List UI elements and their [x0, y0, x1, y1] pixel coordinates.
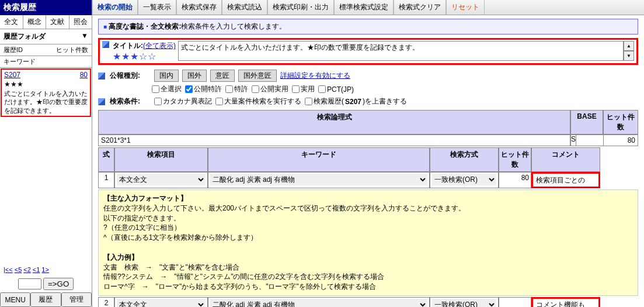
sidebar-tab-fulltext[interactable]: 全文 — [0, 15, 23, 29]
row-comment[interactable] — [531, 172, 600, 188]
row-item-select[interactable]: 本文全文 — [117, 174, 206, 185]
chk-jitsuyou-input[interactable] — [292, 85, 300, 93]
sidebar: 検索履歴 全文 概念 文献 照会 履歴フォルダ ▼ 履歴ID ヒット件数 キーワ… — [0, 0, 92, 307]
chk-pct-jp[interactable]: PCT(JP) — [318, 85, 354, 94]
col-keyword: キーワード — [208, 147, 430, 172]
row-comment-input[interactable] — [535, 175, 597, 185]
pager-fwd1[interactable]: 1> — [41, 266, 49, 273]
toolbar-start-search[interactable]: 検索の開始 — [92, 0, 138, 15]
title-label: タイトル: — [113, 42, 143, 50]
manage-button[interactable]: 管理 — [61, 292, 92, 307]
toolbar-clear-expr[interactable]: 検索式クリア — [394, 0, 446, 15]
row-idx: 1 — [98, 172, 114, 188]
chk-select-all-input[interactable] — [152, 85, 159, 93]
hint-e1: 文書 検索 → "文書"と"検索"を含む場合 — [103, 263, 633, 272]
pager: |<< <5 <2 <1 1> — [0, 264, 92, 275]
main-panel: 検索の開始 一覧表示 検索式保存 検索式読込 検索式印刷・出力 標準検索式設定 … — [92, 0, 644, 307]
content: ■ 高度な書誌・全文検索:検索条件を入力して検索します。 タイトル:(全て表示)… — [92, 15, 644, 307]
row-method[interactable]: 一致検索(OR) — [430, 172, 499, 188]
logic-expr-input[interactable] — [98, 134, 570, 146]
sidebar-tab-inquiry[interactable]: 照会 — [69, 15, 92, 29]
pager-back1[interactable]: <1 — [33, 266, 40, 273]
history-button[interactable]: 履歴 — [30, 292, 61, 307]
hint-title2: 【入力例】 — [103, 253, 633, 263]
history-entry-desc: 式ごとにタイトルを入力いただけます。★印の数で重要度を記録できます。 — [2, 88, 90, 116]
row-keyword[interactable]: 二酸化 adj 炭素 adj 有機物 — [208, 172, 430, 188]
toolbar-save-expr[interactable]: 検索式保存 — [176, 0, 222, 15]
row-method[interactable]: 一致検索(OR) — [430, 297, 499, 307]
chk-kokai-jitsuyou[interactable]: 公開実用 — [252, 84, 288, 94]
pubtype-label: 公報種別: — [110, 71, 151, 81]
row-item[interactable]: 本文全文 — [114, 172, 208, 188]
pubtype-btn-design[interactable]: 意匠 — [210, 70, 235, 82]
sidebar-title: 検索履歴 — [0, 0, 92, 15]
pager-first[interactable]: |<< — [4, 266, 13, 273]
chk-kokai-jitsuyou-input[interactable] — [252, 85, 259, 93]
history-hits-header: ヒット件数 — [56, 46, 88, 54]
row-method-select[interactable]: 一致検索(OR) — [432, 299, 496, 307]
pager-go-button[interactable]: =>GO — [43, 278, 74, 290]
pubtype-btn-domestic[interactable]: 国内 — [154, 70, 179, 82]
sidebar-tab-doc[interactable]: 文献 — [46, 15, 69, 29]
chk-bulk[interactable]: 大量案件検索を実行する — [215, 96, 301, 106]
row-comment-input[interactable] — [535, 300, 597, 307]
col-comment: コメント — [531, 147, 600, 172]
sidebar-tab-concept[interactable]: 概念 — [23, 15, 47, 29]
pager-back5[interactable]: <5 — [15, 266, 22, 273]
title-show-all[interactable]: (全て表示) — [143, 42, 176, 50]
logic-header-main: 検索論理式 — [98, 110, 570, 134]
chk-katakana[interactable]: カタカナ異表記 — [154, 96, 212, 106]
toolbar-default-expr[interactable]: 標準検索式設定 — [334, 0, 394, 15]
table-row: 2本文全文二酸化 adj 炭素 adj 有機物一致検索(OR) — [98, 297, 638, 307]
history-entry-id[interactable]: S207 — [4, 71, 20, 79]
pubtype-detail-link[interactable]: 詳細設定を有効にする — [280, 71, 350, 81]
chk-overwrite-input[interactable] — [305, 98, 312, 105]
menu-button[interactable]: MENU — [0, 292, 30, 307]
chk-select-all[interactable]: 全選択 — [152, 84, 182, 94]
pubtype-btn-foreign[interactable]: 国外 — [182, 70, 207, 82]
chk-tokkyo[interactable]: 特許 — [225, 84, 248, 94]
title-rating[interactable]: ★★★☆☆ — [113, 51, 176, 62]
row-item-select[interactable]: 本文全文 — [117, 299, 206, 307]
pubtype-btn-foreign-design[interactable]: 国外意匠 — [238, 70, 277, 82]
toolbar-load-expr[interactable]: 検索式読込 — [222, 0, 267, 15]
pager-back2[interactable]: <2 — [23, 266, 31, 273]
row-method-select[interactable]: 一致検索(OR) — [432, 174, 496, 185]
square-icon: ■ — [103, 23, 107, 30]
history-keyword-header: キーワード — [0, 56, 92, 68]
sidebar-bottom: MENU 履歴 管理 — [0, 292, 92, 307]
toolbar-reset[interactable]: リセット — [446, 0, 485, 15]
row-item[interactable]: 本文全文 — [114, 297, 208, 307]
logic-hits: 80 — [603, 134, 638, 146]
chk-bulk-input[interactable] — [215, 98, 223, 105]
chk-katakana-input[interactable] — [154, 98, 162, 105]
row-keyword[interactable]: 二酸化 adj 炭素 adj 有機物 — [208, 297, 430, 307]
chk-tokkyo-input[interactable] — [225, 85, 233, 93]
toolbar-print-expr[interactable]: 検索式印刷・出力 — [267, 0, 334, 15]
cols-header: 式 検索項目 キーワード 検索方式 ヒット件数 コメント — [98, 147, 638, 172]
history-folder-row[interactable]: 履歴フォルダ ▼ — [0, 29, 92, 44]
pubtype-checks: 全選択 公開特許 特許 公開実用 実用 PCT(JP) — [98, 84, 638, 94]
title-spin-up[interactable]: ▲ — [624, 41, 634, 51]
row-idx: 2 — [98, 297, 114, 307]
logic-row: S 80 — [98, 134, 638, 146]
banner: ■ 高度な書誌・全文検索:検索条件を入力して検索します。 — [98, 19, 638, 35]
title-input[interactable] — [178, 41, 624, 61]
chevron-down-icon[interactable]: ▼ — [81, 32, 88, 42]
history-entry-hits[interactable]: 80 — [80, 71, 88, 79]
row-comment[interactable] — [531, 297, 600, 307]
hint-e3: ローマ^字 → "ローマ"から始まる文字列のうち、"ローマ字"を除外して検索する… — [103, 282, 633, 292]
toolbar-list-view[interactable]: 一覧表示 — [138, 0, 176, 15]
row-keyword-select[interactable]: 二酸化 adj 炭素 adj 有機物 — [210, 299, 427, 307]
pager-go-input[interactable] — [18, 278, 41, 289]
chk-jitsuyou[interactable]: 実用 — [292, 84, 315, 94]
hint-l3: ?（任意の1文字に相当） — [103, 223, 633, 233]
toolbar: 検索の開始 一覧表示 検索式保存 検索式読込 検索式印刷・出力 標準検索式設定 … — [92, 0, 644, 15]
title-spin-down[interactable]: ▼ — [624, 51, 634, 61]
chk-kokai-tokkyo-input[interactable] — [185, 85, 193, 93]
row-keyword-select[interactable]: 二酸化 adj 炭素 adj 有機物 — [210, 174, 427, 185]
cube-icon — [98, 73, 105, 80]
chk-kokai-tokkyo[interactable]: 公開特許 — [185, 84, 222, 94]
chk-overwrite[interactable]: 検索履歴(S207)を上書きする — [305, 96, 407, 106]
chk-pct-jp-input[interactable] — [318, 85, 326, 93]
